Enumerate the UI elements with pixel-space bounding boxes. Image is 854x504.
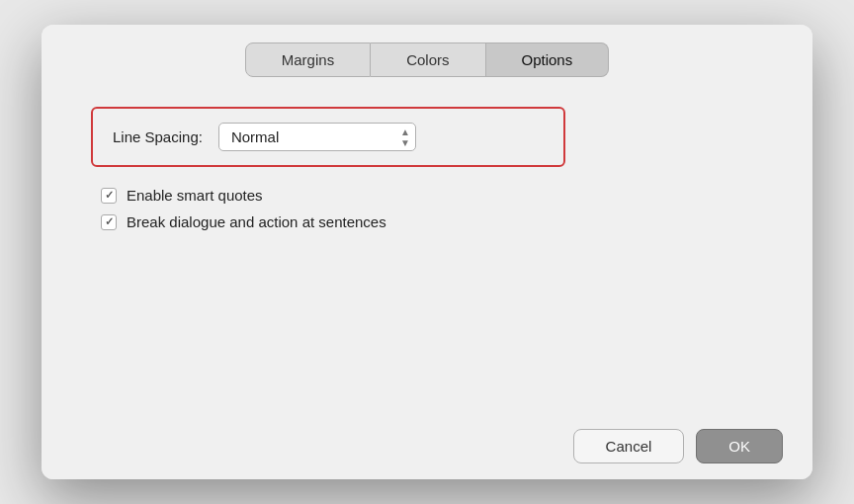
- line-spacing-row: Line Spacing: Normal Single 1.5 Lines Do…: [91, 107, 565, 167]
- tab-options[interactable]: Options: [486, 42, 610, 77]
- checkbox-row-smart-quotes: Enable smart quotes: [101, 187, 763, 204]
- line-spacing-select[interactable]: Normal Single 1.5 Lines Double: [218, 123, 416, 151]
- tab-margins[interactable]: Margins: [245, 42, 371, 77]
- dialog: Margins Colors Options Line Spacing: Nor…: [42, 25, 812, 479]
- checkbox-smart-quotes-label: Enable smart quotes: [127, 187, 263, 204]
- ok-button[interactable]: OK: [696, 429, 783, 463]
- line-spacing-select-wrapper: Normal Single 1.5 Lines Double ▲ ▼: [218, 123, 416, 151]
- checkbox-row-break-dialogue: Break dialogue and action at sentences: [101, 213, 763, 230]
- tab-bar: Margins Colors Options: [42, 25, 812, 77]
- cancel-button[interactable]: Cancel: [573, 429, 685, 463]
- checkbox-break-dialogue[interactable]: [101, 214, 117, 230]
- button-bar: Cancel OK: [42, 413, 812, 479]
- line-spacing-label: Line Spacing:: [113, 128, 203, 145]
- content-area: Line Spacing: Normal Single 1.5 Lines Do…: [42, 77, 812, 413]
- checkbox-break-dialogue-label: Break dialogue and action at sentences: [127, 213, 386, 230]
- checkbox-smart-quotes[interactable]: [101, 188, 117, 204]
- checkbox-rows: Enable smart quotes Break dialogue and a…: [91, 187, 763, 230]
- tab-colors[interactable]: Colors: [371, 42, 485, 77]
